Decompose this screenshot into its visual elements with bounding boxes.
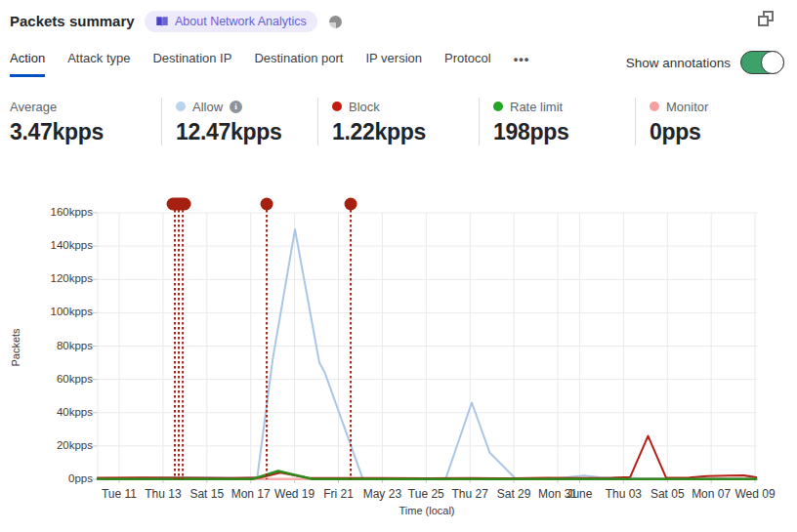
stat-value: 198pps [493,119,627,145]
stat-value: 1.22kpps [332,119,471,145]
y-tick-label: 160kpps [24,206,93,218]
stat-allow: Allowi12.47kpps [161,98,317,145]
allow-legend-dot [176,102,186,111]
series-block-line [98,436,756,478]
y-tick-label: 60kpps [24,373,93,385]
about-network-analytics-badge[interactable]: About Network Analytics [145,11,317,32]
network-analytics-panel: Packets summary About Network Analytics … [0,0,797,532]
y-tick-label: 140kpps [24,239,93,251]
tab-destination-port[interactable]: Destination port [254,51,343,74]
x-axis-title: Time (local) [368,505,485,516]
series-rate-limit-line [98,471,756,479]
stat-rate-limit: Rate limit198pps [479,98,635,145]
annotation-marker-dot[interactable] [345,198,357,211]
chart-svg [98,213,757,479]
stat-value: 12.47kpps [176,119,310,145]
y-tick-label: 40kpps [24,406,93,418]
show-annotations-toggle[interactable] [740,51,784,74]
stat-label: Block [349,100,380,114]
stat-label: Average [10,100,57,114]
tab-destination-ip[interactable]: Destination IP [152,51,231,74]
stat-block: Block1.22kpps [317,98,479,145]
y-tick-label: 80kpps [24,340,93,351]
badge-label: About Network Analytics [175,15,307,28]
stat-monitor: Monitor0pps [635,98,780,145]
annotation-marker-dot[interactable] [261,198,273,211]
plot-area [98,213,757,479]
block-legend-dot [332,102,342,111]
stat-value: 3.47kpps [10,119,153,145]
info-icon[interactable]: i [230,101,242,113]
monitor-legend-dot [650,102,659,111]
stat-label: Rate limit [510,100,563,114]
pie-icon [329,16,342,28]
stat-label: Allow [192,100,223,114]
tab-protocol[interactable]: Protocol [444,51,491,74]
annotation-marker-pill[interactable] [167,198,191,211]
packets-chart: Packets Time (local) ✕ .0/24 has been ad… [0,185,797,532]
stat-average: Average3.47kpps [10,98,161,145]
y-tick-label: 100kpps [24,306,93,317]
series-allow-line [98,229,756,478]
show-annotations-label: Show annotations [626,56,731,70]
tab-attack-type[interactable]: Attack type [67,51,130,74]
tabs-row: ActionAttack typeDestination IPDestinati… [10,51,529,77]
tab-ip-version[interactable]: IP version [365,51,422,74]
book-icon [155,15,169,28]
tab-action[interactable]: Action [10,51,45,77]
y-tick-label: 20kpps [24,439,93,451]
y-tick-label: 0pps [24,472,93,484]
stat-label: Monitor [666,100,708,114]
copy-icon-front-square [758,16,769,26]
tabs-more-icon[interactable]: ••• [514,51,530,66]
y-axis-title: Packets [10,318,21,377]
stats-row: Average3.47kppsAllowi12.47kppsBlock1.22k… [10,98,780,145]
copy-icon[interactable] [758,11,774,26]
page-title: Packets summary [10,13,135,29]
y-tick-label: 120kpps [24,272,93,284]
stat-value: 0pps [650,119,773,145]
annotations-control: Show annotations [626,51,784,74]
toggle-knob [761,51,784,74]
rate-limit-legend-dot [493,102,503,111]
x-tick-label: Wed 09 [726,487,784,501]
